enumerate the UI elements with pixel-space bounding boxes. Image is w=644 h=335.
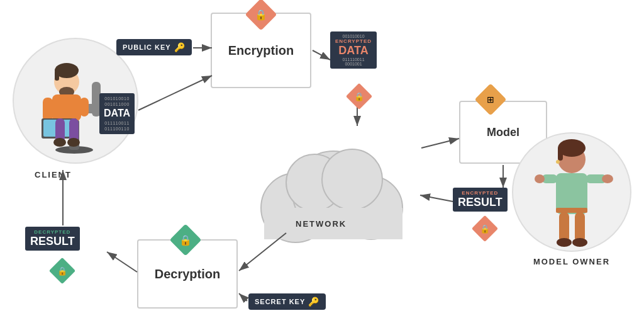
encryption-label: Encryption bbox=[228, 43, 294, 58]
binary-bot: 011110011 bbox=[104, 120, 130, 126]
enc-result-text: RESULT bbox=[458, 196, 502, 209]
svg-rect-18 bbox=[55, 71, 59, 81]
model-owner-person-illustration bbox=[518, 135, 625, 249]
svg-point-47 bbox=[557, 238, 572, 247]
network-label: NETWORK bbox=[296, 219, 347, 229]
model-label: Model bbox=[487, 126, 519, 139]
dec-result-text: RESULT bbox=[30, 235, 75, 248]
svg-rect-22 bbox=[80, 98, 89, 116]
enc-result-label: ENCRYPTED bbox=[458, 190, 502, 196]
enc-data-text: DATA bbox=[335, 44, 372, 57]
client-label: CLIENT bbox=[35, 170, 72, 179]
svg-point-33 bbox=[322, 149, 382, 210]
encrypted-result-lock-diamond: 🔒 bbox=[472, 215, 498, 242]
svg-rect-46 bbox=[575, 212, 585, 242]
svg-line-3 bbox=[313, 50, 330, 60]
client-data-badge: 001010010 001011000 DATA 011110011 01110… bbox=[99, 93, 135, 134]
svg-rect-20 bbox=[52, 94, 81, 121]
svg-rect-21 bbox=[43, 98, 53, 122]
key-orange-icon: 🔑 bbox=[174, 42, 186, 52]
encrypted-data-lock-diamond: 🔒 bbox=[346, 83, 372, 110]
decrypted-result-lock-diamond: 🔒 bbox=[49, 258, 75, 284]
svg-rect-40 bbox=[556, 208, 587, 213]
dec-result-label: DECRYPTED bbox=[30, 229, 75, 235]
encrypted-result-badge: ENCRYPTED RESULT bbox=[453, 188, 508, 212]
public-key-button[interactable]: PUBLIC KEY 🔑 bbox=[116, 39, 192, 55]
secret-key-button[interactable]: SECRET KEY 🔑 bbox=[248, 293, 326, 310]
lock-icon-enc-result: 🔒 bbox=[480, 224, 490, 234]
svg-rect-45 bbox=[559, 212, 569, 242]
model-grid-icon: ⊞ bbox=[487, 94, 494, 105]
svg-point-38 bbox=[556, 160, 560, 164]
svg-rect-37 bbox=[558, 147, 563, 161]
diagram: CLIENT 001010010 001011000 DATA 01111001… bbox=[0, 0, 644, 335]
svg-point-48 bbox=[572, 238, 587, 247]
binary-bot2: 011100110 bbox=[104, 126, 130, 132]
public-key-label: PUBLIC KEY bbox=[123, 43, 171, 51]
svg-point-27 bbox=[53, 138, 66, 147]
secret-key-label: SECRET KEY bbox=[255, 298, 305, 305]
svg-point-28 bbox=[67, 138, 80, 147]
enc-data-binary-bot2: 0001001 bbox=[335, 62, 372, 66]
svg-line-10 bbox=[107, 252, 137, 272]
decrypted-result-badge: DECRYPTED RESULT bbox=[25, 227, 80, 251]
svg-line-9 bbox=[239, 293, 247, 301]
lock-icon-enc: 🔒 bbox=[255, 9, 267, 21]
svg-point-43 bbox=[535, 174, 545, 183]
svg-line-7 bbox=[420, 195, 453, 202]
lock-icon-dec-result: 🔒 bbox=[57, 266, 67, 276]
enc-data-binary-top: 001010010 bbox=[335, 34, 372, 38]
lock-icon-enc-data: 🔒 bbox=[354, 92, 364, 101]
enc-data-binary-bot: 011110011 bbox=[335, 57, 372, 62]
binary-top: 001010010 bbox=[104, 96, 130, 101]
svg-point-44 bbox=[602, 174, 613, 183]
key-green-icon: 🔑 bbox=[308, 297, 319, 307]
decryption-label: Decryption bbox=[155, 267, 220, 281]
binary-top2: 001011000 bbox=[104, 101, 130, 107]
lock-icon-dec: 🔒 bbox=[179, 234, 192, 246]
encrypted-label: ENCRYPTED bbox=[335, 38, 372, 44]
data-text: DATA bbox=[104, 107, 130, 120]
model-owner-label: MODEL OWNER bbox=[512, 257, 631, 266]
svg-line-5 bbox=[421, 139, 459, 148]
encrypted-data-badge: 001010010 ENCRYPTED DATA 011110011 00010… bbox=[330, 31, 377, 69]
svg-line-2 bbox=[138, 76, 212, 110]
